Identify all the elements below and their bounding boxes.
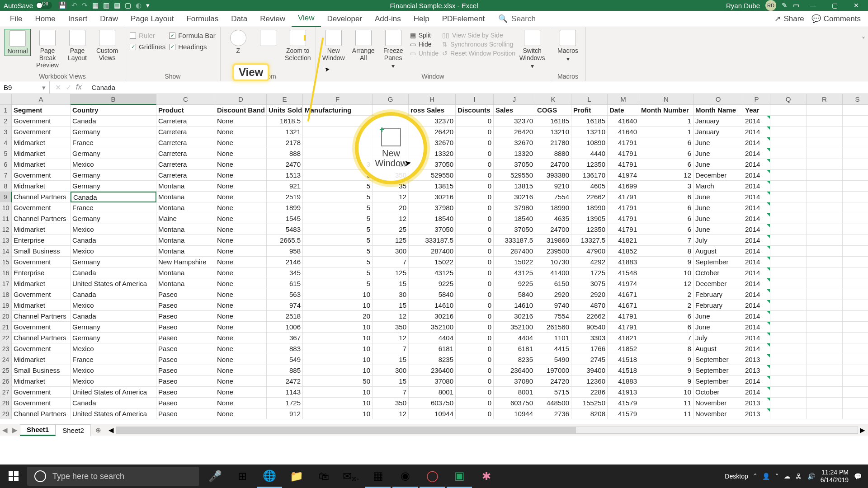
cell[interactable]: 885	[267, 365, 303, 376]
cell[interactable]: Carretera	[156, 159, 215, 170]
cell[interactable]: 2014	[743, 289, 770, 300]
header-cell[interactable]: Segment	[12, 105, 71, 116]
column-header-J[interactable]: J	[494, 94, 535, 105]
cell[interactable]: Germany	[71, 148, 156, 159]
cell[interactable]: 2014	[743, 376, 770, 387]
cell[interactable]: 1899	[267, 202, 303, 213]
cell[interactable]: 2014	[743, 322, 770, 333]
cell[interactable]: 10	[303, 398, 373, 408]
cell[interactable]	[807, 267, 843, 278]
start-button[interactable]	[0, 465, 27, 488]
cell[interactable]: 6	[639, 202, 693, 213]
volume-icon[interactable]: 🔊	[807, 473, 815, 480]
cell[interactable]: 41974	[608, 278, 639, 289]
cell[interactable]: 0	[456, 387, 494, 398]
cell[interactable]	[770, 137, 807, 148]
cell[interactable]	[770, 202, 807, 213]
cell[interactable]	[807, 365, 843, 376]
cell[interactable]	[807, 343, 843, 354]
cell[interactable]: Carretera	[156, 127, 215, 137]
cell[interactable]	[807, 202, 843, 213]
zoom100-button[interactable]	[255, 29, 281, 47]
column-header-E[interactable]: E	[267, 94, 303, 105]
cell[interactable]	[807, 137, 843, 148]
cell[interactable]: 15	[373, 354, 409, 365]
cell[interactable]: 3303	[571, 333, 608, 343]
cell[interactable]	[807, 148, 843, 159]
cell[interactable]: 563	[267, 289, 303, 300]
cell[interactable]: 4404	[494, 333, 535, 343]
cell[interactable]: 9225	[409, 278, 456, 289]
cell[interactable]: 37980	[494, 202, 535, 213]
cell[interactable]: 319860	[535, 235, 571, 246]
cell[interactable]	[843, 311, 868, 322]
tab-draw[interactable]: Draw	[94, 11, 124, 27]
row-header[interactable]: 18	[0, 289, 12, 300]
cell[interactable]: 30	[373, 289, 409, 300]
cell[interactable]	[770, 398, 807, 408]
cell[interactable]: 0	[456, 311, 494, 322]
cell[interactable]: Paseo	[156, 300, 215, 311]
tray-icon[interactable]: ˄	[775, 473, 778, 480]
cell[interactable]: Midmarket	[12, 354, 71, 365]
cell[interactable]: Montana	[156, 224, 215, 235]
row-header[interactable]: 28	[0, 398, 12, 408]
cell[interactable]	[770, 213, 807, 224]
cell[interactable]: Germany	[71, 181, 156, 192]
opera-icon[interactable]: ◯	[420, 465, 445, 488]
zoom-button[interactable]: Z	[225, 29, 251, 55]
cell[interactable]: 18990	[571, 202, 608, 213]
cell[interactable]: None	[215, 376, 267, 387]
cell[interactable]: None	[215, 224, 267, 235]
row-header[interactable]: 12	[0, 224, 12, 235]
cell[interactable]: 0	[456, 398, 494, 408]
cell[interactable]: 2146	[267, 257, 303, 267]
cell[interactable]: 20	[373, 202, 409, 213]
cell[interactable]: 37080	[409, 376, 456, 387]
tab-insert[interactable]: Insert	[62, 11, 94, 27]
cell[interactable]: 9	[639, 376, 693, 387]
cell[interactable]: 15022	[409, 257, 456, 267]
cell[interactable]: 1725	[571, 267, 608, 278]
cell[interactable]: 24720	[535, 376, 571, 387]
row-header[interactable]: 15	[0, 257, 12, 267]
header-cell[interactable]: Year	[743, 105, 770, 116]
cell[interactable]: 4440	[571, 148, 608, 159]
cell[interactable]: 2472	[267, 376, 303, 387]
cell[interactable]: 2014	[743, 137, 770, 148]
column-header-C[interactable]: C	[156, 94, 215, 105]
cell[interactable]	[843, 333, 868, 343]
cell[interactable]: 32370	[494, 116, 535, 127]
cell[interactable]: 2014	[743, 311, 770, 322]
cell[interactable]	[807, 322, 843, 333]
cell[interactable]: 41852	[608, 343, 639, 354]
row-header[interactable]: 3	[0, 127, 12, 137]
header-cell[interactable]: Country	[71, 105, 156, 116]
cell[interactable]: 5840	[494, 289, 535, 300]
cell[interactable]: 5483	[267, 224, 303, 235]
cell[interactable]: 1725	[267, 398, 303, 408]
cell[interactable]: 2014	[743, 170, 770, 181]
row-header[interactable]: 13	[0, 235, 12, 246]
row-header[interactable]: 7	[0, 170, 12, 181]
cell[interactable]: 41913	[608, 387, 639, 398]
cell[interactable]: Enterprise	[12, 267, 71, 278]
onedrive-icon[interactable]: ☁	[784, 473, 790, 480]
cell[interactable]: 125	[373, 235, 409, 246]
cell[interactable]	[843, 181, 868, 192]
row-header[interactable]: 22	[0, 333, 12, 343]
header-cell[interactable]: ross Sales	[409, 105, 456, 116]
cell[interactable]	[843, 235, 868, 246]
cell[interactable]: 0	[456, 137, 494, 148]
cell[interactable]: June	[693, 202, 743, 213]
tab-data[interactable]: Data	[225, 11, 254, 27]
cell[interactable]: 6	[639, 322, 693, 333]
cell[interactable]: 2920	[571, 289, 608, 300]
cell[interactable]: Canada	[71, 267, 156, 278]
cell[interactable]	[770, 365, 807, 376]
column-header-B[interactable]: B	[71, 94, 156, 105]
cell[interactable]: 6	[639, 224, 693, 235]
cell[interactable]: None	[215, 116, 267, 127]
cell[interactable]	[843, 408, 868, 419]
cell[interactable]	[770, 127, 807, 137]
